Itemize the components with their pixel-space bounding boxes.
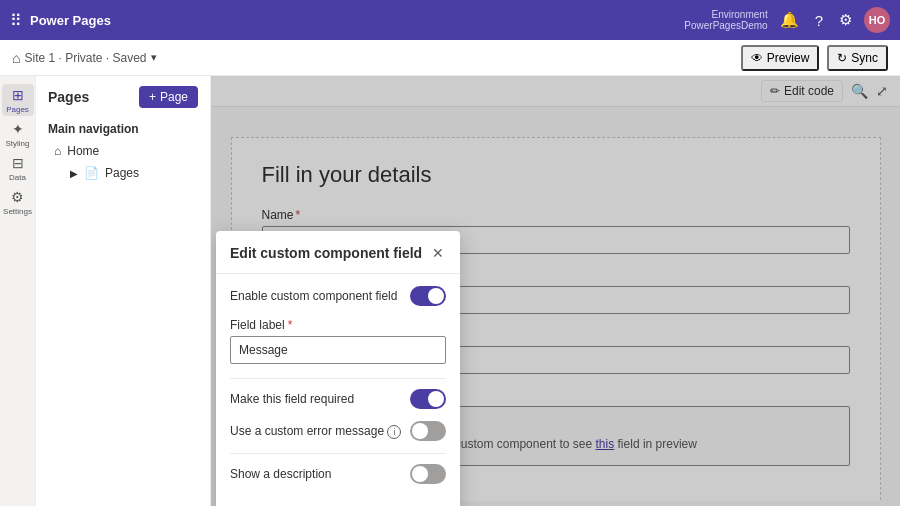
chevron-pages-icon: ▶ (70, 168, 78, 179)
nav-item-home-label: Home (67, 144, 99, 158)
env-title: Environment (712, 9, 768, 20)
waffle-icon[interactable]: ⠿ (10, 11, 22, 30)
modal-title: Edit custom component field (230, 245, 422, 261)
field-label-title: Field label * (230, 318, 446, 332)
app-name: Power Pages (30, 13, 111, 28)
custom-error-row: Use a custom error message i (230, 421, 446, 441)
preview-icon: 👁 (751, 51, 763, 65)
nav-item-home[interactable]: ⌂ Home (48, 140, 198, 162)
styling-icon: ✦ (12, 121, 24, 137)
top-nav: ⠿ Power Pages Environment PowerPagesDemo… (0, 0, 900, 40)
sidebar-item-data[interactable]: ⊟ Data (2, 152, 34, 184)
pages-title: Pages (48, 89, 89, 105)
second-nav: ⌂ Site 1 · Private · Saved ▾ 👁 Preview ↻… (0, 40, 900, 76)
custom-error-label: Use a custom error message i (230, 424, 401, 439)
modal-header: Edit custom component field ✕ (216, 231, 460, 274)
pages-icon-label: Pages (6, 105, 29, 114)
make-required-label: Make this field required (230, 392, 354, 406)
site-chevron-icon[interactable]: ▾ (151, 51, 157, 64)
modal-body: Enable custom component field Field labe… (216, 274, 460, 506)
settings-sidebar-icon: ⚙ (11, 189, 24, 205)
sidebar: ⊞ Pages ✦ Styling ⊟ Data ⚙ Settings (0, 76, 36, 506)
nav-item-pages-label: Pages (105, 166, 139, 180)
data-icon: ⊟ (12, 155, 24, 171)
sync-label: Sync (851, 51, 878, 65)
show-description-toggle[interactable] (410, 464, 446, 484)
sync-icon: ↻ (837, 51, 847, 65)
settings-icon[interactable]: ⚙ (835, 7, 856, 33)
settings-icon-label: Settings (3, 207, 32, 216)
field-label-section: Field label * (230, 318, 446, 364)
custom-error-toggle[interactable] (410, 421, 446, 441)
pages-panel: Pages + Page Main navigation ⌂ Home ▶ 📄 … (36, 76, 211, 506)
help-icon[interactable]: ? (811, 8, 827, 33)
second-nav-left: ⌂ Site 1 · Private · Saved ▾ (12, 50, 157, 66)
custom-error-label-text: Use a custom error message (230, 424, 384, 438)
make-required-row: Make this field required (230, 389, 446, 409)
show-description-label: Show a description (230, 467, 331, 481)
custom-error-info-icon[interactable]: i (387, 425, 401, 439)
site-name: Site 1 (24, 51, 55, 65)
pages-header: Pages + Page (36, 76, 210, 114)
add-page-button[interactable]: + Page (139, 86, 198, 108)
modal-close-button[interactable]: ✕ (430, 243, 446, 263)
nav-section: Main navigation ⌂ Home ▶ 📄 Pages (36, 114, 210, 188)
preview-label: Preview (767, 51, 810, 65)
field-label-text: Field label (230, 318, 285, 332)
add-page-label: Page (160, 90, 188, 104)
content-area: ✏ Edit code 🔍 ⤢ Fill in your details Nam… (211, 76, 900, 506)
field-label-required-star: * (288, 318, 293, 332)
enable-toggle-row: Enable custom component field (230, 286, 446, 306)
preview-button[interactable]: 👁 Preview (741, 45, 820, 71)
enable-label: Enable custom component field (230, 289, 397, 303)
sync-button[interactable]: ↻ Sync (827, 45, 888, 71)
plus-icon: + (149, 90, 156, 104)
env-label: Environment PowerPagesDemo (684, 9, 767, 31)
site-status: · Private · Saved (59, 51, 147, 65)
sidebar-item-styling[interactable]: ✦ Styling (2, 118, 34, 150)
sidebar-item-pages[interactable]: ⊞ Pages (2, 84, 34, 116)
avatar[interactable]: HO (864, 7, 890, 33)
home-nav-icon[interactable]: ⌂ (12, 50, 20, 66)
nav-section-title: Main navigation (48, 122, 198, 136)
pages-icon: ⊞ (12, 87, 24, 103)
nav-item-pages[interactable]: ▶ 📄 Pages (64, 162, 198, 184)
edit-component-modal: Edit custom component field ✕ Enable cus… (216, 231, 460, 506)
notification-icon[interactable]: 🔔 (776, 7, 803, 33)
top-nav-right: Environment PowerPagesDemo 🔔 ? ⚙ HO (684, 7, 890, 33)
page-doc-icon: 📄 (84, 166, 99, 180)
modal-divider-1 (230, 378, 446, 379)
sidebar-item-settings[interactable]: ⚙ Settings (2, 186, 34, 218)
main-layout: ⊞ Pages ✦ Styling ⊟ Data ⚙ Settings Page… (0, 76, 900, 506)
modal-divider-2 (230, 453, 446, 454)
make-required-toggle[interactable] (410, 389, 446, 409)
top-nav-left: ⠿ Power Pages (10, 11, 111, 30)
data-icon-label: Data (9, 173, 26, 182)
field-label-input[interactable] (230, 336, 446, 364)
site-badge: Site 1 · Private · Saved (24, 51, 146, 65)
env-name: PowerPagesDemo (684, 20, 767, 31)
show-description-row: Show a description (230, 464, 446, 484)
home-icon: ⌂ (54, 144, 61, 158)
styling-icon-label: Styling (5, 139, 29, 148)
second-nav-right: 👁 Preview ↻ Sync (741, 45, 888, 71)
enable-toggle[interactable] (410, 286, 446, 306)
